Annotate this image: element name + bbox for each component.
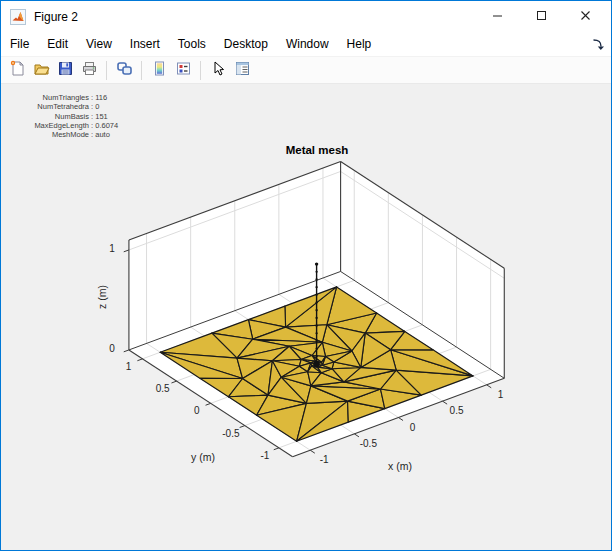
matlab-logo-icon xyxy=(10,9,26,25)
y-tick-label: 0 xyxy=(194,405,200,416)
figure-window: Figure 2 FileEditViewInsertToolsDesktopW… xyxy=(0,0,612,551)
y-tick-label: -1 xyxy=(261,450,270,461)
edit-plot-icon xyxy=(210,60,227,80)
insert-legend-icon xyxy=(175,60,192,80)
titlebar[interactable]: Figure 2 xyxy=(1,1,611,32)
menu-tools[interactable]: Tools xyxy=(169,32,215,56)
menu-file[interactable]: File xyxy=(1,32,38,56)
plot-title: Metal mesh xyxy=(286,144,349,156)
property-inspector-icon xyxy=(234,60,251,80)
insert-colorbar-icon xyxy=(151,60,168,80)
property-inspector-button[interactable] xyxy=(231,59,253,81)
menu-window[interactable]: Window xyxy=(277,32,338,56)
menu-help[interactable]: Help xyxy=(338,32,381,56)
mesh-plot-axes[interactable]: -1-0.500.51-1-0.500.5101x (m)y (m)z (m)M… xyxy=(1,84,611,548)
z-tick-label: 0 xyxy=(109,343,115,354)
toolbar-separator xyxy=(106,61,107,80)
x-tick-label: 0 xyxy=(410,422,416,433)
y-tick-label: 0.5 xyxy=(156,383,170,394)
insert-colorbar-button[interactable] xyxy=(148,59,170,81)
z-tick-label: 1 xyxy=(109,243,115,254)
print-figure-button[interactable] xyxy=(78,59,100,81)
menu-view[interactable]: View xyxy=(77,32,121,56)
y-tick-label: -0.5 xyxy=(222,428,240,439)
figure-canvas: NumTriangles : 116NumTetrahedra : 0NumBa… xyxy=(1,84,611,548)
maximize-icon xyxy=(535,9,548,25)
toolbar-separator xyxy=(141,61,142,80)
minimize-button[interactable] xyxy=(475,1,519,32)
y-axis-label: y (m) xyxy=(191,451,215,463)
save-figure-button[interactable] xyxy=(54,59,76,81)
toolbar xyxy=(1,57,611,84)
z-axis-label: z (m) xyxy=(96,285,108,309)
menubar: FileEditViewInsertToolsDesktopWindowHelp xyxy=(1,32,611,57)
window-title: Figure 2 xyxy=(34,10,78,24)
close-button[interactable] xyxy=(563,1,607,32)
dock-figure-arrow-icon[interactable] xyxy=(591,37,605,51)
y-tick-label: 1 xyxy=(126,361,132,372)
close-icon xyxy=(579,9,592,25)
maximize-button[interactable] xyxy=(519,1,563,32)
x-axis-label: x (m) xyxy=(388,460,412,472)
x-tick-label: -1 xyxy=(320,454,329,465)
link-plot-button[interactable] xyxy=(113,59,135,81)
save-figure-icon xyxy=(57,60,74,80)
print-figure-icon xyxy=(81,60,98,80)
menu-desktop[interactable]: Desktop xyxy=(215,32,277,56)
open-file-icon xyxy=(33,60,50,80)
x-tick-label: 1 xyxy=(498,389,504,400)
new-figure-icon xyxy=(9,60,26,80)
window-controls xyxy=(475,1,607,32)
edit-plot-button[interactable] xyxy=(207,59,229,81)
insert-legend-button[interactable] xyxy=(172,59,194,81)
menu-insert[interactable]: Insert xyxy=(121,32,169,56)
toolbar-separator xyxy=(200,61,201,80)
minimize-icon xyxy=(491,9,504,25)
x-tick-label: 0.5 xyxy=(450,405,464,416)
x-tick-label: -0.5 xyxy=(360,438,378,449)
menu-edit[interactable]: Edit xyxy=(38,32,77,56)
new-figure-button[interactable] xyxy=(6,59,28,81)
open-file-button[interactable] xyxy=(30,59,52,81)
link-plot-icon xyxy=(116,60,133,80)
